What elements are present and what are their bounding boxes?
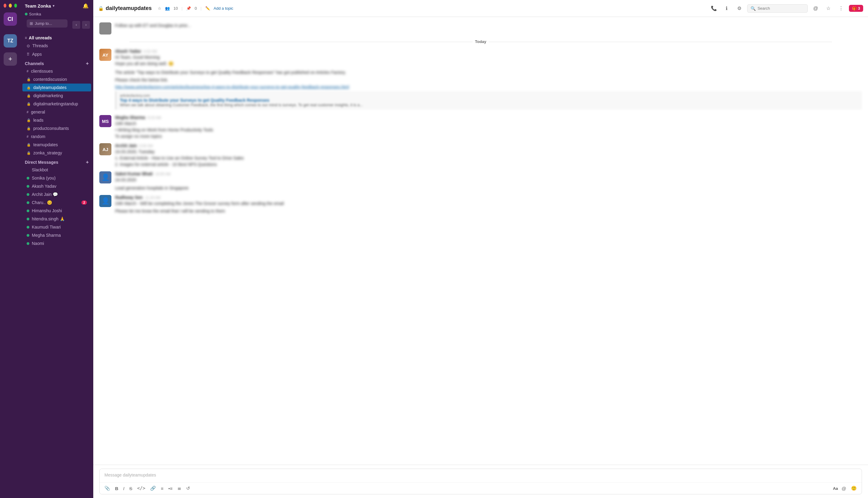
bookmark-button[interactable]: ☆ <box>824 4 833 13</box>
message-link-1[interactable]: http://www.articlesfactory.com/articles/… <box>115 84 862 89</box>
message-text-5a: 24th March - Will be completing the Jone… <box>115 200 862 207</box>
unordered-list-button[interactable]: •≡ <box>167 485 174 492</box>
message-input-box: Message dailyteamupdates 📎 B I S </> 🔗 ≡… <box>99 469 862 494</box>
dm-item-kaumudi-tiwari[interactable]: Kaumudi Tiwari <box>23 223 91 231</box>
sidebar-item-threads[interactable]: ⊙ Threads <box>23 42 91 50</box>
message-time-3: 9:30 AM <box>139 144 153 148</box>
info-button[interactable]: ℹ <box>722 4 732 13</box>
add-channel-button[interactable]: + <box>86 61 89 66</box>
presence-dot-icon <box>27 242 29 245</box>
message-group-2: MS Megha Sharma 9:15 AM 24th March • Wri… <box>99 113 862 141</box>
workspace-logo[interactable]: CI <box>4 12 17 26</box>
more-options-button[interactable]: ⋮ <box>836 4 846 13</box>
message-text-1b: Hope you all are doing well. 😊 <box>115 61 862 67</box>
message-body-1: Akash Yadav 4:32 AM Hi Team, Good Mornin… <box>115 49 862 112</box>
presence-dot-icon <box>27 201 29 204</box>
workspace-avatar[interactable]: TZ <box>4 34 17 48</box>
undo-button[interactable]: ↺ <box>185 485 191 492</box>
link-preview-1: articlesfactory.com Top 4 ways to Distri… <box>115 91 862 109</box>
sidebar-item-zonka_strategy[interactable]: 🔒zonka_strategy <box>23 149 91 157</box>
message-body-3: Archit Jain 9:30 AM 24.03.2020, Tuesday … <box>115 143 862 168</box>
search-input[interactable] <box>758 6 804 11</box>
phone-button[interactable]: 📞 <box>709 4 719 13</box>
strikethrough-button[interactable]: S <box>128 485 133 492</box>
sidebar-item-contentdiscussion[interactable]: 🔒contentdiscussion <box>23 75 91 83</box>
avatar-akash: AY <box>99 49 111 61</box>
nav-back-button[interactable]: ‹ <box>73 21 80 29</box>
sidebar-item-apps[interactable]: ⠿ Apps <box>23 50 91 58</box>
notification-bell-icon[interactable]: 🔔 <box>83 3 89 9</box>
dm-item-hitendra.singh[interactable]: hitendra.singh 🙏 <box>23 215 91 223</box>
add-workspace-button[interactable]: + <box>4 52 17 66</box>
lock-icon: 🔒 <box>27 94 31 98</box>
message-body-5: Radhway Sen 11:20 AM 24th March - Will b… <box>115 195 862 214</box>
presence-dot-icon <box>27 234 29 237</box>
link-preview-desc: When we talk about obtaining Customer Fe… <box>120 103 858 107</box>
ordered-list-button[interactable]: ≡ <box>160 485 165 492</box>
message-text-1c: The article "Top ways to Distribute your… <box>115 69 862 76</box>
dm-item-archit-jain[interactable]: Archit Jain 💬 <box>23 191 91 198</box>
sidebar-item-digitalmarketingstandup[interactable]: 🔒digitalmarketingstandup <box>23 100 91 108</box>
message-input-placeholder[interactable]: Message dailyteamupdates <box>100 469 862 482</box>
dm-item-naomi[interactable]: Naomi <box>23 239 91 247</box>
message-group-5: 👤 Radhway Sen 11:20 AM 24th March - Will… <box>99 193 862 216</box>
traffic-light-yellow[interactable] <box>9 4 12 8</box>
emoji-button[interactable]: 🙂 <box>850 485 858 492</box>
attachment-button[interactable]: 📎 <box>103 485 111 492</box>
link-button[interactable]: 🔗 <box>149 485 157 492</box>
sidebar-item-digitalmarketing[interactable]: 🔒digitalmarketing <box>23 92 91 100</box>
channel-lock-icon: 🔒 <box>98 6 104 11</box>
italic-button[interactable]: I <box>122 485 126 492</box>
message-text-1: Hi Team, Good Morning <box>115 54 862 61</box>
gift-button[interactable]: 🎁 3 <box>849 5 863 12</box>
traffic-light-green[interactable] <box>14 4 17 8</box>
message-input-area: Message dailyteamupdates 📎 B I S </> 🔗 ≡… <box>93 465 868 498</box>
search-bar[interactable]: 🔍 <box>747 4 808 13</box>
sidebar-item-leads[interactable]: 🔒leads <box>23 116 91 124</box>
workspace-chevron-icon: ▾ <box>53 4 54 8</box>
status-dot-icon <box>25 13 28 15</box>
nav-forward-button[interactable]: › <box>82 21 90 29</box>
dm-item-slackbot[interactable]: Slackbot <box>23 166 91 174</box>
text-format-button[interactable]: Aa <box>833 486 838 491</box>
link-preview-title: Top 4 ways to Distribute your Surveys to… <box>120 98 858 103</box>
all-unreads-label: ≡ All unreads <box>21 32 93 41</box>
message-text-3a: 24.03.2020, Tuesday <box>115 149 862 155</box>
sidebar-item-dailyteamupdates[interactable]: 🔒dailyteamupdates <box>23 83 91 91</box>
message-text-5b: Please let me know the email that I will… <box>115 208 862 214</box>
add-dm-button[interactable]: + <box>86 159 89 165</box>
message-group-3: AJ Archit Jain 9:30 AM 24.03.2020, Tuesd… <box>99 141 862 170</box>
bold-button[interactable]: B <box>114 485 120 492</box>
star-icon[interactable]: ☆ <box>158 6 161 11</box>
lock-icon: 🔒 <box>27 151 31 155</box>
channel-header: 🔒 dailyteamupdates ☆ 👥 10 | 📌 0 | ✏️ Add… <box>93 0 868 17</box>
avatar-archit: AJ <box>99 143 111 155</box>
code-button[interactable]: </> <box>136 485 146 492</box>
sidebar-item-productconsultants[interactable]: 🔒productconsultants <box>23 124 91 132</box>
avatar <box>99 22 111 35</box>
message-text: Follow up with ET and Douglas in prior..… <box>115 22 862 29</box>
sidebar-item-general[interactable]: #general <box>23 108 91 116</box>
workspace-name[interactable]: Team Zonka ▾ <box>25 3 54 9</box>
sidebar-item-teamupdates[interactable]: 🔒teamupdates <box>23 141 91 149</box>
dm-item-megha-sharma[interactable]: Megha Sharma <box>23 231 91 239</box>
message-body-4: Saket Kumar Bhati 10:05 AM 24.03.2020 Le… <box>115 171 862 191</box>
dm-item-sonika[interactable]: Sonika (you) <box>23 174 91 182</box>
message-time-1: 4:32 AM <box>144 49 157 54</box>
settings-button[interactable]: ⚙ <box>735 4 744 13</box>
format-button[interactable]: ≣ <box>176 485 183 492</box>
threads-icon: ⊙ <box>27 43 30 48</box>
traffic-light-red[interactable] <box>4 4 6 8</box>
jump-to-bar[interactable]: ⊞ Jump to... <box>27 19 67 28</box>
dm-item-himanshu-joshi[interactable]: Himanshu Joshi <box>23 207 91 215</box>
hash-icon: # <box>27 110 28 114</box>
message-time-5: 11:20 AM <box>145 196 160 200</box>
dm-item-akash-yadav[interactable]: Akash Yadav <box>23 182 91 190</box>
sidebar-item-random[interactable]: #random <box>23 133 91 141</box>
sidebar-item-clientissues[interactable]: #clientissues <box>23 67 91 75</box>
at-mention-toolbar-button[interactable]: @ <box>840 485 847 492</box>
dm-item-charu..[interactable]: Charu.. 😊2 <box>23 199 91 207</box>
lock-icon: 🔒 <box>27 143 31 147</box>
at-mention-button[interactable]: @ <box>811 4 820 13</box>
search-icon: 🔍 <box>751 6 756 11</box>
